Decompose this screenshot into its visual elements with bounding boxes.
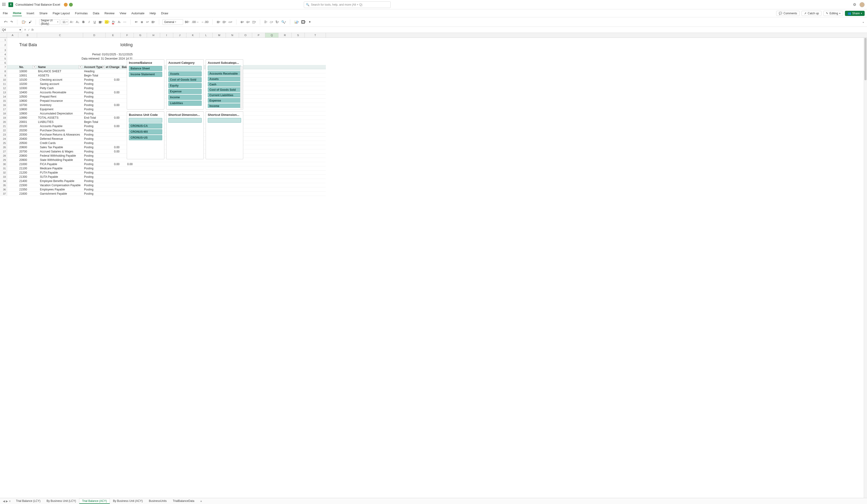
menu-share[interactable]: Share	[39, 11, 48, 16]
cell[interactable]: 21500	[18, 183, 37, 187]
row-header[interactable]: 21	[0, 124, 7, 128]
cell[interactable]	[278, 132, 292, 137]
cell[interactable]	[200, 38, 213, 42]
cell[interactable]	[265, 78, 278, 82]
cell[interactable]: Posting	[83, 187, 106, 191]
col-header-T[interactable]: T	[305, 33, 326, 37]
currency-button[interactable]: $€▾	[184, 19, 190, 25]
addin-icon-1[interactable]	[64, 3, 68, 7]
sheet-tab[interactable]: By Business Unit (ACY)	[110, 498, 146, 504]
cell[interactable]	[278, 38, 292, 42]
cell[interactable]: Posting	[83, 162, 106, 166]
cell[interactable]: Vacation Compensation Payable	[37, 183, 83, 187]
cell[interactable]	[265, 137, 278, 141]
cell[interactable]	[213, 171, 226, 175]
cell[interactable]	[252, 179, 265, 183]
cell[interactable]	[252, 42, 265, 48]
cell[interactable]	[292, 175, 305, 179]
insert-cells-button[interactable]: ⊞▾	[216, 19, 221, 25]
cell[interactable]	[7, 162, 18, 166]
cell[interactable]	[186, 38, 200, 42]
fx-icon[interactable]: fx	[31, 28, 34, 31]
cell[interactable]	[173, 52, 186, 56]
tab-prev-icon[interactable]: ◀	[3, 500, 5, 503]
cell[interactable]: Accounts Receivable	[37, 90, 83, 95]
clear-format-button[interactable]: Aᵢ	[117, 19, 121, 25]
cell[interactable]	[200, 171, 213, 175]
cell[interactable]	[134, 183, 147, 187]
slicer[interactable]: Shortcut Dimension...	[166, 111, 204, 159]
cell[interactable]: Name▾	[37, 65, 83, 69]
cell[interactable]	[305, 103, 326, 107]
cell[interactable]	[160, 48, 173, 52]
cell[interactable]	[239, 175, 252, 179]
cell[interactable]	[278, 154, 292, 158]
cell[interactable]	[239, 48, 252, 52]
cell[interactable]	[160, 179, 173, 183]
cell[interactable]	[239, 38, 252, 42]
cell[interactable]	[252, 145, 265, 150]
add-sheet-button[interactable]: +	[199, 499, 204, 503]
cell[interactable]	[292, 187, 305, 191]
cell[interactable]	[265, 124, 278, 128]
row-header[interactable]: 36	[0, 187, 7, 191]
cell[interactable]	[7, 187, 18, 191]
cell[interactable]	[106, 154, 121, 158]
cell[interactable]	[200, 52, 213, 56]
cell[interactable]: Posting	[83, 145, 106, 150]
cell[interactable]	[239, 179, 252, 183]
cell[interactable]	[305, 124, 326, 128]
cell[interactable]	[305, 69, 326, 74]
col-header-R[interactable]: R	[278, 33, 292, 37]
cell[interactable]	[121, 175, 134, 179]
cell[interactable]	[121, 183, 134, 187]
editing-mode-button[interactable]: ✎Editing▾	[823, 11, 843, 16]
cell[interactable]	[305, 82, 326, 86]
cell[interactable]	[252, 52, 265, 56]
cell[interactable]	[278, 166, 292, 171]
formula-input[interactable]	[35, 27, 867, 33]
slicer-item[interactable]	[208, 66, 241, 70]
row-header[interactable]: 25	[0, 141, 7, 145]
tab-all-icon[interactable]: ≡	[9, 500, 11, 503]
cell[interactable]	[278, 187, 292, 191]
search-input[interactable]: 🔍 Search for tools, help, and more (Alt …	[304, 1, 390, 8]
cell[interactable]	[226, 42, 239, 48]
cell[interactable]	[252, 95, 265, 99]
cell[interactable]: Checking account	[37, 78, 83, 82]
cell[interactable]	[121, 179, 134, 183]
cell[interactable]	[173, 42, 186, 48]
cell[interactable]: Posting	[83, 150, 106, 154]
cell[interactable]	[252, 56, 265, 61]
settings-icon[interactable]: ⚙	[853, 2, 856, 7]
cell[interactable]: 21300	[18, 175, 37, 179]
cell[interactable]	[305, 154, 326, 158]
sheet-tab[interactable]: By Business Unit (LCY)	[43, 498, 79, 504]
cell[interactable]: Posting	[83, 158, 106, 162]
cell[interactable]	[265, 103, 278, 107]
cell[interactable]	[292, 86, 305, 90]
fill-color-button[interactable]: ◇▾	[104, 19, 110, 25]
cell[interactable]	[292, 166, 305, 171]
cell[interactable]: Federal Withholding Payable	[37, 154, 83, 158]
cell[interactable]: 20700	[18, 150, 37, 154]
cell[interactable]	[239, 42, 252, 48]
cell[interactable]	[252, 38, 265, 42]
cell[interactable]	[147, 52, 160, 56]
cell[interactable]	[278, 179, 292, 183]
col-header-I[interactable]: I	[160, 33, 173, 37]
cell[interactable]	[278, 65, 292, 69]
cell[interactable]: Accrued Salaries & Wages	[37, 150, 83, 154]
cell[interactable]	[37, 38, 83, 42]
cell[interactable]	[278, 150, 292, 154]
cell[interactable]	[265, 90, 278, 95]
cell[interactable]: Purchase Returns & Allowances	[37, 132, 83, 137]
cell[interactable]	[305, 166, 326, 171]
cell[interactable]	[265, 179, 278, 183]
menu-page-layout[interactable]: Page Layout	[52, 11, 70, 16]
cell[interactable]	[252, 61, 265, 65]
cell[interactable]	[106, 187, 121, 191]
format-cells-button[interactable]: ▭▾	[228, 19, 233, 25]
cell[interactable]	[292, 116, 305, 120]
cell[interactable]	[106, 107, 121, 111]
